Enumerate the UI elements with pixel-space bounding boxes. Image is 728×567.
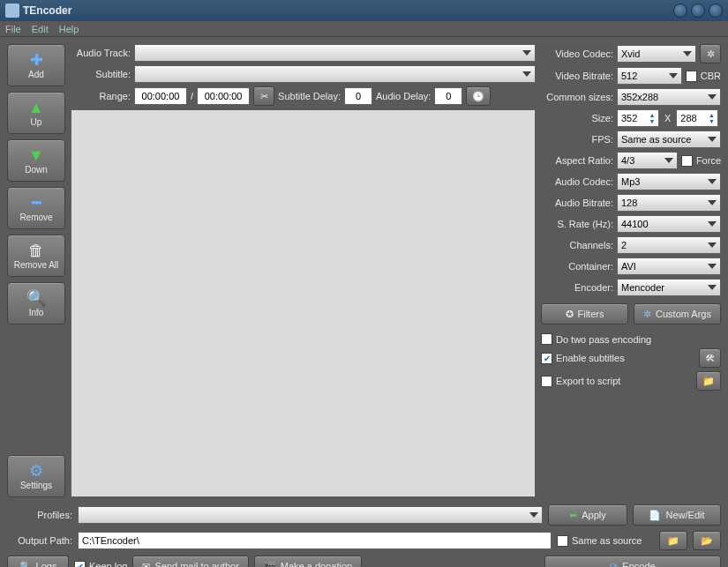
arrow-left-icon: ⬅ xyxy=(569,510,577,521)
fps-label: FPS: xyxy=(541,134,613,145)
open-output-button[interactable]: 📂 xyxy=(693,531,721,550)
video-codec-select[interactable]: Xvid xyxy=(617,45,696,63)
cut-range-button[interactable]: ✂ xyxy=(253,86,274,106)
subtitle-label: Subtitle: xyxy=(71,69,131,79)
chevron-down-icon xyxy=(708,221,717,227)
subtitle-delay-label: Subtitle Delay: xyxy=(278,91,341,101)
video-bitrate-label: Video Bitrate: xyxy=(541,71,613,81)
subtitle-settings-button[interactable]: 🛠 xyxy=(699,348,721,368)
video-codec-settings-button[interactable]: ✲ xyxy=(700,44,721,63)
window-title: TEncoder xyxy=(23,4,673,17)
close-button[interactable] xyxy=(709,4,723,18)
encode-button[interactable]: ⟳Encode xyxy=(544,556,721,567)
video-bitrate-select[interactable]: 512 xyxy=(617,67,682,85)
window-buttons xyxy=(673,4,723,18)
audio-track-select[interactable] xyxy=(134,44,536,62)
video-codec-label: Video Codec: xyxy=(541,48,613,59)
donate-button[interactable]: 🎬Make a donation xyxy=(254,556,362,567)
up-button[interactable]: ▲ Up xyxy=(7,92,65,134)
chevron-down-icon xyxy=(708,179,717,184)
profiles-label: Profiles: xyxy=(7,510,72,520)
range-start-input[interactable] xyxy=(134,87,187,105)
output-path-input[interactable] xyxy=(78,532,552,549)
encoder-label: Encoder: xyxy=(541,282,613,293)
remove-all-button[interactable]: 🗑 Remove All xyxy=(7,235,65,277)
options-panel: Video Codec: Xvid ✲ Video Bitrate: 512 C… xyxy=(541,44,721,497)
menubar: File Edit Help xyxy=(0,21,728,37)
chevron-down-icon xyxy=(708,94,717,100)
encoder-select[interactable]: Mencoder xyxy=(617,279,721,296)
menu-edit[interactable]: Edit xyxy=(32,24,49,34)
chevron-down-icon xyxy=(708,285,717,290)
channels-select[interactable]: 2 xyxy=(617,236,721,254)
spin-up-icon: ▲ xyxy=(707,112,716,118)
output-path-label: Output Path: xyxy=(7,535,72,546)
fps-select[interactable]: Same as source xyxy=(617,131,721,148)
arrow-down-icon: ▼ xyxy=(28,147,44,163)
magnifier-icon: 🔍 xyxy=(26,290,46,306)
container-select[interactable]: AVI xyxy=(617,257,721,275)
common-sizes-select[interactable]: 352x288 xyxy=(617,88,721,106)
remove-button[interactable]: ━ Remove xyxy=(7,187,65,229)
range-label: Range: xyxy=(71,91,131,101)
chevron-down-icon xyxy=(522,71,531,77)
size-label: Size: xyxy=(541,113,613,123)
down-button[interactable]: ▼ Down xyxy=(7,139,65,182)
channels-label: Channels: xyxy=(541,240,613,250)
add-button[interactable]: ✚ Add xyxy=(7,44,65,86)
clapper-icon: 🎬 xyxy=(264,561,276,568)
same-as-source-checkbox[interactable]: Same as source xyxy=(557,535,654,547)
info-button[interactable]: 🔍 Info xyxy=(7,282,65,325)
force-checkbox[interactable]: Force xyxy=(681,155,721,167)
aspect-select[interactable]: 4/3 xyxy=(617,152,678,169)
two-pass-checkbox[interactable]: Do two pass encoding xyxy=(541,333,721,345)
audio-codec-select[interactable]: Mp3 xyxy=(617,173,721,190)
clock-icon: 🕒 xyxy=(472,91,484,102)
logs-button[interactable]: 🔍Logs xyxy=(7,556,69,567)
maximize-button[interactable] xyxy=(691,4,705,18)
height-spin[interactable]: 288▲▼ xyxy=(676,109,718,127)
subtitle-delay-input[interactable] xyxy=(344,87,372,105)
audio-codec-label: Audio Codec: xyxy=(541,176,613,187)
scissors-icon: ✂ xyxy=(260,91,268,102)
arrow-up-icon: ▲ xyxy=(28,100,44,116)
settings-button[interactable]: ⚙ Settings xyxy=(7,455,65,497)
gear-icon: ⚙ xyxy=(29,463,43,479)
audio-bitrate-label: Audio Bitrate: xyxy=(541,198,613,208)
apply-button[interactable]: ⬅Apply xyxy=(548,504,627,526)
browse-output-button[interactable]: 📁 xyxy=(659,531,687,550)
custom-args-button[interactable]: ✲Custom Args xyxy=(634,303,721,325)
export-script-checkbox[interactable]: Export to script xyxy=(541,376,693,387)
keep-log-checkbox[interactable]: ✔Keep log xyxy=(74,561,127,568)
main-area: Audio Track: Subtitle: Range: / ✂ Subtit… xyxy=(71,44,536,497)
range-end-input[interactable] xyxy=(197,87,250,105)
enable-subs-checkbox[interactable]: ✔Enable subtitles xyxy=(541,353,695,364)
chevron-down-icon xyxy=(708,200,717,205)
audio-delay-label: Audio Delay: xyxy=(376,91,431,101)
menu-help[interactable]: Help xyxy=(59,24,79,34)
container-label: Container: xyxy=(541,261,613,272)
menu-file[interactable]: File xyxy=(5,24,21,34)
minimize-button[interactable] xyxy=(673,4,687,18)
width-spin[interactable]: 352▲▼ xyxy=(617,109,659,127)
sidebar: ✚ Add ▲ Up ▼ Down ━ Remove 🗑 Remove All … xyxy=(7,44,65,497)
spin-down-icon: ▼ xyxy=(648,118,657,124)
trash-icon: 🗑 xyxy=(28,242,44,258)
subtitle-select[interactable] xyxy=(134,65,536,83)
gear-icon: ✲ xyxy=(643,309,651,320)
profiles-select[interactable] xyxy=(78,506,543,524)
minus-icon: ━ xyxy=(32,195,41,211)
audio-delay-input[interactable] xyxy=(434,87,462,105)
refresh-icon: ⟳ xyxy=(610,561,618,568)
audio-bitrate-select[interactable]: 128 xyxy=(617,194,721,212)
bottom-bar: Profiles: ⬅Apply 📄New/Edit Output Path: … xyxy=(0,504,728,567)
folder-icon: 📁 xyxy=(667,535,679,547)
delay-reset-button[interactable]: 🕒 xyxy=(466,86,491,106)
cbr-checkbox[interactable]: CBR xyxy=(686,71,721,82)
srate-select[interactable]: 44100 xyxy=(617,215,721,233)
script-folder-button[interactable]: 📁 xyxy=(696,371,721,391)
filters-button[interactable]: ✪Filters xyxy=(541,303,628,325)
new-edit-button[interactable]: 📄New/Edit xyxy=(633,504,721,526)
send-mail-button[interactable]: ✉Send mail to author xyxy=(132,556,248,567)
plus-icon: ✚ xyxy=(30,52,43,68)
